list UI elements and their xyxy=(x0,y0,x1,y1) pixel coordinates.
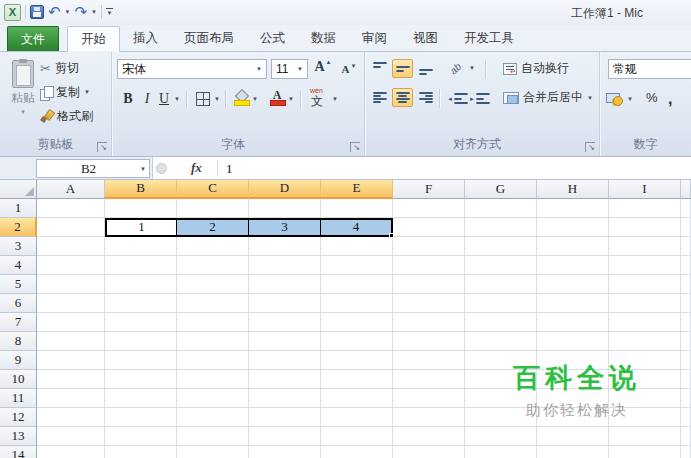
cell-C6[interactable] xyxy=(177,294,249,313)
format-painter-button[interactable]: 格式刷 xyxy=(40,106,93,126)
cell-C5[interactable] xyxy=(177,275,249,294)
percent-style-button[interactable]: % xyxy=(646,90,658,105)
cell-I3[interactable] xyxy=(609,237,681,256)
cell-E12[interactable] xyxy=(321,408,393,427)
cell-H4[interactable] xyxy=(537,256,609,275)
cell-F7[interactable] xyxy=(393,313,465,332)
cell-D2[interactable]: 3 xyxy=(249,218,321,237)
cell-F1[interactable] xyxy=(393,199,465,218)
accounting-dropdown-icon[interactable]: ▼ xyxy=(627,96,633,102)
cell-B13[interactable] xyxy=(105,427,177,446)
borders-dropdown-icon[interactable]: ▼ xyxy=(214,96,220,102)
cell-A6[interactable] xyxy=(37,294,105,313)
orientation-dropdown-icon[interactable]: ▼ xyxy=(469,65,475,71)
cell-F3[interactable] xyxy=(393,237,465,256)
redo-dropdown-icon[interactable]: ▼ xyxy=(91,9,97,15)
undo-icon[interactable]: ↶ xyxy=(48,5,61,19)
cell-B1[interactable] xyxy=(105,199,177,218)
font-dialog-launcher-icon[interactable]: ↘ xyxy=(350,142,360,152)
cell-A10[interactable] xyxy=(37,370,105,389)
select-all-corner[interactable] xyxy=(0,180,37,199)
cell-A8[interactable] xyxy=(37,332,105,351)
cell-B7[interactable] xyxy=(105,313,177,332)
row-header-7[interactable]: 7 xyxy=(0,313,37,332)
cell-E11[interactable] xyxy=(321,389,393,408)
increase-indent-button[interactable]: ► xyxy=(469,93,490,104)
row-header-9[interactable]: 9 xyxy=(0,351,37,370)
cell-G12[interactable] xyxy=(465,408,537,427)
cell-F9[interactable] xyxy=(393,351,465,370)
cell-G7[interactable] xyxy=(465,313,537,332)
cell-F8[interactable] xyxy=(393,332,465,351)
cell-C14[interactable] xyxy=(177,446,249,458)
cell-C11[interactable] xyxy=(177,389,249,408)
cell-F6[interactable] xyxy=(393,294,465,313)
cell-H12[interactable] xyxy=(537,408,609,427)
font-name-combobox[interactable]: 宋体 ▼ xyxy=(117,59,267,79)
name-box-dropdown-icon[interactable]: ▼ xyxy=(140,166,146,172)
cell-D13[interactable] xyxy=(249,427,321,446)
cell-D8[interactable] xyxy=(249,332,321,351)
align-center-button[interactable] xyxy=(392,88,413,107)
undo-dropdown-icon[interactable]: ▼ xyxy=(65,9,71,15)
cell-H1[interactable] xyxy=(537,199,609,218)
chevron-down-icon[interactable]: ▼ xyxy=(256,66,262,72)
cell-E4[interactable] xyxy=(321,256,393,275)
align-top-button[interactable] xyxy=(369,59,390,78)
name-box[interactable]: B2 ▼ xyxy=(36,159,150,178)
cell-I13[interactable] xyxy=(609,427,681,446)
cell-E14[interactable] xyxy=(321,446,393,458)
cell-F12[interactable] xyxy=(393,408,465,427)
cell-H3[interactable] xyxy=(537,237,609,256)
cell-G4[interactable] xyxy=(465,256,537,275)
tab-developer[interactable]: 开发工具 xyxy=(451,26,527,51)
row-header-13[interactable]: 13 xyxy=(0,427,37,446)
cell-D1[interactable] xyxy=(249,199,321,218)
cell-C4[interactable] xyxy=(177,256,249,275)
cell-I14[interactable] xyxy=(609,446,681,458)
cell-G13[interactable] xyxy=(465,427,537,446)
cell-A3[interactable] xyxy=(37,237,105,256)
col-header-A[interactable]: A xyxy=(37,180,105,199)
cell-F10[interactable] xyxy=(393,370,465,389)
cell-G9[interactable] xyxy=(465,351,537,370)
cell-H8[interactable] xyxy=(537,332,609,351)
phonetic-dropdown-icon[interactable]: ▼ xyxy=(332,96,338,102)
row-header-3[interactable]: 3 xyxy=(0,237,37,256)
cell-A14[interactable] xyxy=(37,446,105,458)
col-header-G[interactable]: G xyxy=(465,180,537,199)
font-size-combobox[interactable]: 11 ▼ xyxy=(271,59,308,79)
tab-page-layout[interactable]: 页面布局 xyxy=(171,26,247,51)
cell-B14[interactable] xyxy=(105,446,177,458)
cell-C10[interactable] xyxy=(177,370,249,389)
wrap-text-button[interactable]: 自动换行 xyxy=(503,60,569,77)
tab-data[interactable]: 数据 xyxy=(298,26,349,51)
cell-A2[interactable] xyxy=(37,218,105,237)
row-header-11[interactable]: 11 xyxy=(0,389,37,408)
col-header-B[interactable]: B xyxy=(105,180,177,199)
cell-H10[interactable] xyxy=(537,370,609,389)
underline-button[interactable]: U xyxy=(156,88,172,110)
clipboard-dialog-launcher-icon[interactable]: ↘ xyxy=(97,142,107,152)
cell-H2[interactable] xyxy=(537,218,609,237)
fill-handle[interactable] xyxy=(389,233,394,238)
cell-E5[interactable] xyxy=(321,275,393,294)
cell-G14[interactable] xyxy=(465,446,537,458)
chevron-down-icon[interactable]: ▼ xyxy=(297,66,303,72)
cell-E7[interactable] xyxy=(321,313,393,332)
cell-B9[interactable] xyxy=(105,351,177,370)
cell-C13[interactable] xyxy=(177,427,249,446)
col-header-C[interactable]: C xyxy=(177,180,249,199)
cell-C12[interactable] xyxy=(177,408,249,427)
cell-D4[interactable] xyxy=(249,256,321,275)
row-header-4[interactable]: 4 xyxy=(0,256,37,275)
align-middle-button[interactable] xyxy=(392,59,413,78)
phonetic-guide-icon[interactable]: wén 文 xyxy=(308,90,326,108)
cell-F2[interactable] xyxy=(393,218,465,237)
cell-B5[interactable] xyxy=(105,275,177,294)
cell-G8[interactable] xyxy=(465,332,537,351)
cell-E9[interactable] xyxy=(321,351,393,370)
cell-I1[interactable] xyxy=(609,199,681,218)
cell-E3[interactable] xyxy=(321,237,393,256)
cell-I7[interactable] xyxy=(609,313,681,332)
